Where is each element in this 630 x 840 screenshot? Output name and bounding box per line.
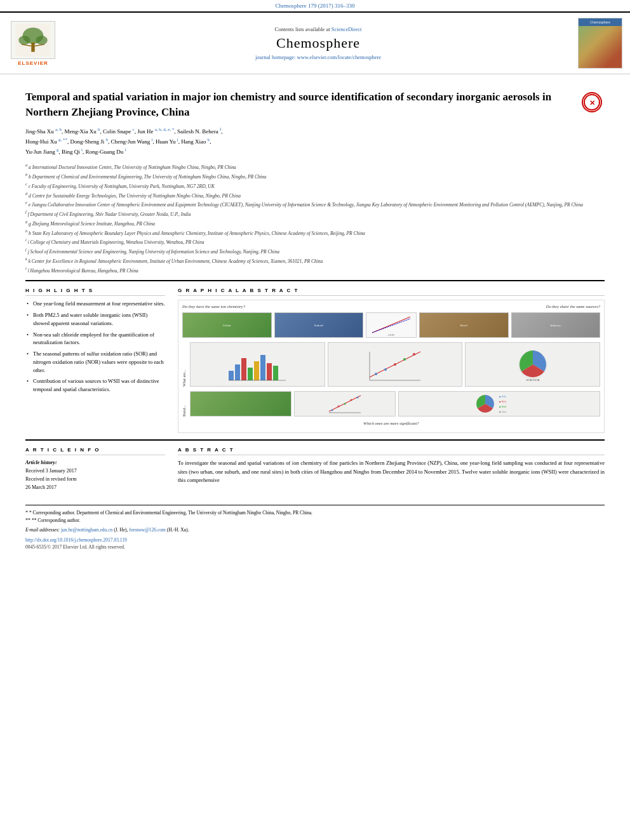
svg-rect-14 [241, 358, 246, 380]
highlight-item-5: Contribution of various sources to WSII … [25, 377, 165, 394]
highlight-item-3: Non-sea salt chloride employed for the q… [25, 331, 165, 347]
elsevier-logo: ELSEVIER [8, 21, 58, 66]
ga-rural-img [190, 391, 292, 417]
corresponding-note-1: * * Corresponding author. Department of … [25, 509, 605, 517]
authors-line: Jing-Sha Xu a, b, Meng-Xia Xu b, Colin S… [25, 126, 605, 157]
ga-what-label: What are... [182, 342, 186, 387]
svg-point-3 [36, 36, 48, 45]
received-revised-label: Received in revised form [25, 476, 165, 484]
email-addresses: E-mail addresses: jun.he@nottingham.edu.… [25, 526, 605, 533]
svg-rect-15 [248, 368, 253, 380]
affiliation-b: b b Department of Chemical and Environme… [25, 171, 605, 180]
highlight-item-2: Both PM2.5 and water soluble inorganic i… [25, 311, 165, 328]
section-divider-1 [25, 280, 605, 281]
ga-chart-2 [328, 342, 463, 387]
highlights-graphical-section: H I G H L I G H T S One year-long field … [25, 288, 605, 433]
journal-homepage: journal homepage: www.elsevier.com/locat… [71, 54, 565, 60]
crossmark-icon: ✕ [582, 92, 602, 112]
svg-rect-18 [267, 363, 272, 380]
ga-middle-area: What are... [182, 342, 600, 387]
svg-point-26 [413, 353, 415, 356]
svg-point-2 [18, 36, 30, 45]
article-info-label: A R T I C L E I N F O [25, 447, 165, 455]
svg-point-22 [375, 373, 377, 375]
svg-text:■ NH4: ■ NH4 [499, 405, 506, 408]
history-label: Article history: [25, 459, 165, 467]
highlight-item-1: One year-long field measurement at four … [25, 300, 165, 308]
email2-link[interactable]: forsnow@126.com [129, 527, 166, 533]
article-info-column: A R T I C L E I N F O Article history: R… [25, 447, 165, 491]
elsevier-tree-icon [14, 24, 52, 56]
svg-line-10 [372, 319, 410, 333]
abstract-column: A B S T R A C T To investigate the seaso… [178, 447, 605, 491]
cover-top-bar: Chemosphere [579, 18, 622, 26]
abstract-label: A B S T R A C T [178, 447, 605, 455]
elsevier-brand-text: ELSEVIER [18, 60, 48, 66]
affiliation-g: g g Zhejiang Meteorological Science Inst… [25, 218, 605, 227]
svg-point-33 [338, 406, 340, 408]
ga-photos-top: Urban Suburb r=0.95 Rural Industry [182, 312, 600, 338]
ga-bottom-photos: Rural... [182, 391, 600, 417]
svg-rect-12 [229, 371, 234, 380]
journal-header: ELSEVIER Contents lists available at Sci… [0, 11, 630, 74]
abstract-text: To investigate the seasonal and spatial … [178, 459, 605, 484]
sciencedirect-link[interactable]: ScienceDirect [332, 26, 362, 32]
svg-text:✕: ✕ [589, 99, 595, 107]
highlights-label: H I G H L I G H T S [25, 288, 165, 296]
revised-date: 26 March 2017 [25, 484, 165, 492]
ga-question2: Do they share the same sources? [546, 304, 600, 309]
ga-rural-label: Rural... [182, 391, 186, 417]
affiliation-f: f f Department of Civil Engineering, Shi… [25, 209, 605, 218]
journal-title: Chemosphere [71, 35, 565, 51]
svg-text:r=0.95: r=0.95 [388, 333, 395, 337]
journal-center-info: Contents lists available at ScienceDirec… [58, 26, 578, 60]
affiliations-block: a a International Doctoral Innovation Ce… [25, 162, 605, 274]
svg-point-23 [384, 368, 387, 371]
ga-questions-row: Do they have the same ion chemistry? Do … [182, 304, 600, 309]
article-title: Temporal and spatial variation in major … [25, 90, 605, 120]
corresponding-note-2: ** ** Corresponding author. [25, 517, 605, 524]
ga-inner-content: Do they have the same ion chemistry? Do … [178, 300, 604, 432]
svg-point-36 [357, 397, 359, 399]
affiliation-e: e e Jiangsu Collaborative Innovation Cen… [25, 199, 605, 208]
svg-text:SOR/NOR: SOR/NOR [526, 378, 540, 382]
svg-point-25 [403, 358, 406, 361]
affiliation-d: d d Centre for Sustainable Energy Techno… [25, 190, 605, 199]
affiliation-c: c c Faculty of Engineering, University o… [25, 181, 605, 190]
svg-point-35 [351, 399, 352, 401]
doi-link[interactable]: http://dx.doi.org/10.1016/j.chemosphere.… [25, 537, 605, 543]
section-divider-2 [25, 439, 605, 441]
svg-point-32 [332, 410, 333, 411]
cover-photo [579, 26, 622, 68]
ga-question3: Which ones are more significant? [182, 421, 600, 425]
cover-title-text: Chemosphere [590, 20, 610, 24]
ga-chart-3: SOR/NOR [465, 342, 600, 387]
highlights-list: One year-long field measurement at four … [25, 300, 165, 394]
ga-question1: Do they have the same ion chemistry? [182, 304, 245, 309]
svg-rect-17 [260, 355, 265, 380]
graphical-abstract-label: G R A P H I C A L A B S T R A C T [178, 288, 605, 296]
ga-suburb-photo: Suburb [274, 312, 364, 338]
main-content: Temporal and spatial variation in major … [0, 74, 630, 563]
email1-link[interactable]: jun.he@nottingham.edu.cn [61, 527, 112, 533]
journal-citation-bar: Chemosphere 179 (2017) 316–330 [0, 0, 630, 11]
journal-cover-image: Chemosphere [578, 18, 622, 69]
svg-rect-16 [254, 361, 259, 380]
svg-text:■ SO4: ■ SO4 [499, 395, 506, 398]
graphical-abstract-column: G R A P H I C A L A B S T R A C T Do the… [178, 288, 605, 433]
svg-text:■ NO3: ■ NO3 [499, 400, 506, 403]
svg-rect-4 [31, 43, 34, 52]
crossmark-badge: ✕ [579, 90, 605, 115]
svg-rect-13 [235, 364, 240, 380]
ga-scatter-chart [294, 391, 396, 417]
affiliation-k: k k Center for Excellence in Regional At… [25, 256, 605, 265]
affiliation-a: a a International Doctoral Innovation Ce… [25, 162, 605, 171]
svg-point-34 [344, 403, 346, 405]
ga-pie-chart: ■ SO4 ■ NO3 ■ NH4 ■ other [398, 391, 600, 417]
ga-rural-photo: Rural [419, 312, 509, 338]
homepage-link[interactable]: www.elsevier.com/locate/chemosphere [297, 54, 382, 60]
sciencedirect-line: Contents lists available at ScienceDirec… [71, 26, 565, 32]
svg-point-24 [394, 363, 396, 366]
affiliation-i: i i College of Chemistry and Materials E… [25, 237, 605, 246]
svg-text:■ other: ■ other [499, 410, 507, 413]
